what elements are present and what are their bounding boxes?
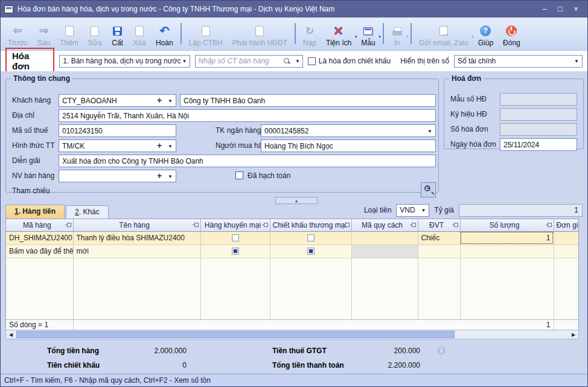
- toolbar-button-lap-ctbh[interactable]: Lập CTBH: [184, 18, 228, 49]
- pin-icon[interactable]: [264, 223, 268, 227]
- toolbar-label: Tiện ích: [326, 39, 351, 47]
- cell-spec-code[interactable]: [351, 231, 418, 245]
- pin-icon[interactable]: [454, 223, 458, 227]
- search-input[interactable]: [196, 56, 279, 67]
- cell-unit[interactable]: [418, 245, 460, 258]
- column-label: Hàng khuyến mại: [205, 221, 261, 229]
- cell-item-name[interactable]: Thanh lý điều hòa SHIMAZU2400: [73, 231, 200, 245]
- toolbar-button-send-email-zalo[interactable]: Gửi email, Zalo ▾: [414, 18, 473, 49]
- cell-quantity[interactable]: [460, 245, 554, 258]
- toolbar-button-save[interactable]: Cất: [107, 18, 129, 49]
- chevron-down-icon[interactable]: ▼: [168, 95, 173, 107]
- cell-unit-price[interactable]: [554, 245, 579, 258]
- chevron-down-icon[interactable]: ▼: [295, 56, 300, 68]
- cell-trade-discount[interactable]: [270, 245, 351, 258]
- utilities-tools-icon: [333, 25, 344, 36]
- toolbar-button-previous[interactable]: ⇐ Trước: [3, 18, 33, 49]
- description-input[interactable]: [59, 155, 436, 167]
- buyer-input[interactable]: [261, 139, 436, 152]
- trade-discount-checkbox[interactable]: [307, 234, 315, 241]
- close-button[interactable]: ×: [568, 1, 584, 17]
- add-salesperson-icon[interactable]: +: [157, 170, 162, 182]
- display-on-book-label: Hiển thị trên sổ: [400, 57, 449, 65]
- pin-icon[interactable]: [345, 223, 350, 227]
- toolbar-button-print[interactable]: In ▾: [386, 18, 408, 49]
- scroll-left-icon[interactable]: ◀: [6, 332, 16, 337]
- promo-checkbox[interactable]: [232, 234, 239, 241]
- toolbar-label: Mẫu: [361, 39, 375, 47]
- chevron-down-icon[interactable]: ▼: [168, 171, 173, 183]
- display-on-book-select[interactable]: Sổ tài chính ▼: [454, 55, 583, 68]
- add-row-hint-overflow[interactable]: mới: [73, 245, 200, 258]
- cell-promo[interactable]: [200, 231, 270, 245]
- cell-unit-price[interactable]: [554, 231, 579, 245]
- invoice-type-select[interactable]: 1. Bán hàng hoá, dịch vụ trong nước ▼: [59, 55, 190, 68]
- refresh-icon: ↻: [305, 26, 314, 36]
- toolbar-button-undo[interactable]: ↶ Hoàn: [151, 18, 178, 49]
- minimize-button[interactable]: –: [537, 1, 552, 17]
- description-label: Diễn giải: [12, 156, 40, 165]
- add-new-row[interactable]: Bấm vào đây để thêm mới: [6, 245, 579, 258]
- toolbar-button-next[interactable]: ⇒ Sau: [33, 18, 55, 49]
- toolbar-button-utilities[interactable]: Tiện ích ▾: [321, 18, 356, 49]
- column-header-hang-khuyen-mai[interactable]: Hàng khuyến mại: [200, 219, 270, 231]
- cell-quantity[interactable]: 1: [460, 231, 554, 245]
- discount-invoice-checkbox[interactable]: [308, 57, 316, 65]
- toolbar-button-close-form[interactable]: Đóng: [498, 18, 525, 49]
- add-payment-method-icon[interactable]: +: [157, 140, 162, 152]
- invoice-box-title: Hoá đơn: [449, 74, 484, 83]
- toolbar-label: Hoàn: [156, 39, 173, 47]
- cell-unit[interactable]: Chiếc: [418, 231, 460, 245]
- currency-select[interactable]: VND ▼: [396, 204, 429, 217]
- forward-arrow-icon: ⇒: [39, 25, 49, 36]
- customer-name-input[interactable]: [180, 94, 436, 107]
- invoice-date-input[interactable]: [500, 138, 577, 151]
- info-icon[interactable]: [437, 347, 446, 355]
- grand-total-value: 2.200.000: [330, 361, 420, 369]
- address-input[interactable]: [59, 109, 436, 122]
- horizontal-scrollbar[interactable]: ◀ ▶: [5, 330, 579, 339]
- tax-code-input[interactable]: [59, 124, 176, 137]
- zoom-detail-button[interactable]: [421, 182, 436, 197]
- column-header-dvt[interactable]: ĐVT: [418, 219, 460, 231]
- cell-trade-discount[interactable]: [270, 231, 351, 245]
- toolbar-button-add[interactable]: Thêm: [55, 18, 83, 49]
- posted-checkbox[interactable]: [235, 171, 243, 179]
- toolbar-button-reload[interactable]: ↻ Nạp: [298, 18, 321, 49]
- add-row-hint[interactable]: Bấm vào đây để thêm: [6, 245, 73, 258]
- column-header-ten-hang[interactable]: Tên hàng: [73, 219, 200, 231]
- collapse-panel-button[interactable]: ▲: [275, 197, 318, 204]
- tab-hang-tien[interactable]: 1. Hàng tiền: [5, 205, 65, 219]
- pin-icon[interactable]: [67, 223, 71, 227]
- trade-discount-checkbox[interactable]: [307, 248, 315, 255]
- column-header-ma-quy-cach[interactable]: Mã quy cách: [351, 219, 418, 231]
- maximize-button[interactable]: □: [552, 1, 568, 17]
- promo-checkbox[interactable]: [232, 248, 239, 255]
- toolbar-button-publish-einvoice[interactable]: Phát hành HĐĐT: [228, 18, 292, 49]
- chevron-down-icon: ▼: [421, 205, 426, 217]
- cell-promo[interactable]: [200, 245, 270, 258]
- cell-item-code[interactable]: DH_SHIMAZU2400: [6, 231, 73, 245]
- column-header-ma-hang[interactable]: Mã hàng: [6, 219, 73, 231]
- pin-icon[interactable]: [194, 223, 199, 227]
- toolbar-button-template[interactable]: Mẫu ▾: [356, 18, 380, 49]
- search-icon[interactable]: [284, 58, 290, 65]
- column-header-chiet-khau-thuong-mai[interactable]: Chiết khấu thương mại: [270, 219, 351, 231]
- customer-label: Khách hàng: [12, 96, 51, 104]
- chevron-down-icon: ▼: [182, 56, 187, 68]
- scrollbar-thumb[interactable]: [16, 331, 455, 338]
- bank-account-input[interactable]: [261, 124, 436, 137]
- column-header-don-gia[interactable]: Đơn giá: [554, 219, 579, 231]
- toolbar-button-delete[interactable]: Xóa: [129, 18, 151, 49]
- scroll-right-icon[interactable]: ▶: [569, 332, 578, 337]
- pin-icon[interactable]: [412, 223, 416, 227]
- column-header-so-luong[interactable]: Số lượng: [460, 219, 554, 231]
- magnifier-handle: [431, 191, 435, 195]
- pin-icon[interactable]: [548, 223, 552, 227]
- chevron-down-icon[interactable]: ▼: [427, 126, 432, 138]
- chevron-down-icon[interactable]: ▼: [168, 141, 173, 153]
- toolbar-button-help[interactable]: Giúp: [473, 18, 498, 49]
- toolbar-button-edit[interactable]: Sửa: [83, 18, 107, 49]
- add-customer-icon[interactable]: +: [157, 95, 162, 106]
- tab-khac[interactable]: 2. Khác: [66, 205, 109, 219]
